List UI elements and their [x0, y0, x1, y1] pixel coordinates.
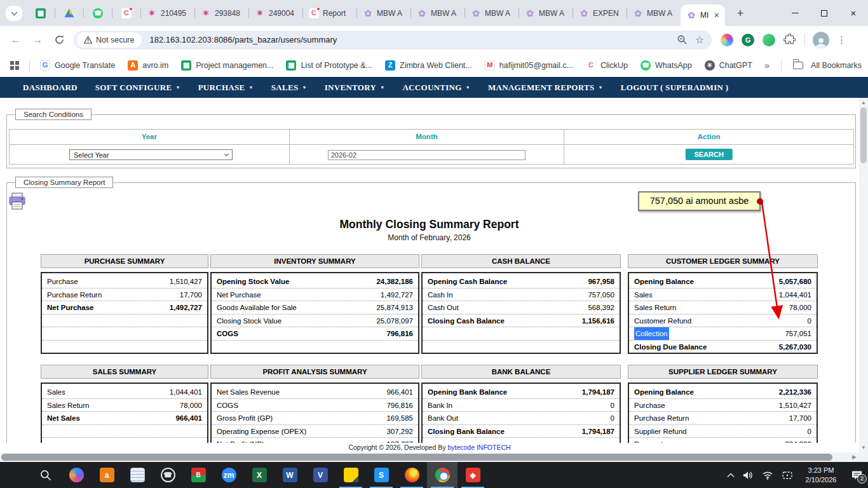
bookmark-star-icon[interactable]: ☆: [695, 34, 704, 46]
nav-item-purchase[interactable]: PURCHASE▼: [189, 83, 262, 93]
clickup-extension-icon[interactable]: [721, 34, 733, 46]
print-button[interactable]: [8, 192, 27, 214]
bookmarks-overflow-button[interactable]: »: [764, 60, 770, 71]
tab-mbw-a[interactable]: ✿MBW A: [627, 0, 681, 26]
excel-app[interactable]: X: [244, 462, 275, 488]
apps-grid-icon[interactable]: [10, 61, 19, 70]
bijoy-app[interactable]: B: [183, 462, 214, 488]
clickup-icon: C: [309, 8, 319, 18]
notepad-app[interactable]: [122, 462, 153, 488]
bookmark-hafijmit05-gmail-c[interactable]: Mhafijmit05@gmail.c...: [485, 60, 573, 71]
tab-210495[interactable]: ✶210495: [141, 0, 194, 26]
year-select[interactable]: Select Year: [69, 149, 233, 160]
tab-close-icon[interactable]: ×: [714, 11, 719, 20]
avro-keyboard-app[interactable]: a: [92, 462, 122, 488]
nav-item-logout-superadmin[interactable]: LOGOUT ( SUPERADMIN ): [612, 83, 738, 93]
search-button[interactable]: SEARCH: [685, 149, 732, 160]
zoom-app[interactable]: zm: [214, 462, 244, 488]
taskbar-search-button[interactable]: [31, 462, 61, 488]
table-row: Net Purchase1,492,727: [212, 288, 418, 302]
volume-icon[interactable]: [743, 471, 754, 480]
window-close-button[interactable]: ×: [839, 0, 868, 26]
vertical-scrollbar[interactable]: ▲ ▼: [859, 98, 868, 452]
annotation-anchor-dot: [757, 198, 763, 205]
bookmark-chatgpt[interactable]: ✳ChatGPT: [705, 60, 752, 71]
profile-avatar[interactable]: [813, 32, 829, 48]
browser-menu-button[interactable]: ⋮: [837, 34, 846, 46]
nav-item-sales[interactable]: SALES▼: [262, 83, 316, 93]
tray-expand-icon[interactable]: [727, 473, 735, 478]
chrome-app[interactable]: [427, 462, 458, 488]
row-value: 1,044,401: [170, 386, 202, 398]
back-button[interactable]: ←: [5, 29, 27, 51]
window-minimize-button[interactable]: [780, 0, 810, 26]
row-label: COGS: [217, 399, 238, 412]
bookmark-project-managemen[interactable]: ▦Project managemen...: [181, 60, 273, 71]
bookmark-list-of-prototype[interactable]: ▦List of Prototype &...: [286, 60, 372, 71]
tab-title: MBW A: [485, 9, 513, 18]
bookmark-avro-im[interactable]: Aavro.im: [128, 60, 168, 71]
copilot-app[interactable]: [61, 462, 92, 488]
security-chip[interactable]: Not secure: [76, 32, 142, 48]
table-row: Purchase1,510,427: [629, 399, 817, 412]
bookmark-zimbra-web-client[interactable]: ZZimbra Web Client...: [385, 60, 472, 71]
forward-button[interactable]: →: [27, 29, 48, 51]
green-extension-icon[interactable]: [763, 34, 775, 46]
tab-whatsapp[interactable]: ☎: [84, 0, 112, 26]
tab-clickup[interactable]: C: [112, 0, 140, 26]
all-bookmarks-button[interactable]: All Bookmarks: [811, 61, 862, 70]
tab-mbw-a[interactable]: ✿MBW A: [465, 0, 519, 26]
tab-sheets[interactable]: ▦: [27, 0, 55, 26]
visio-app[interactable]: V: [305, 462, 336, 488]
wifi-icon[interactable]: [762, 471, 773, 480]
tab-search-button[interactable]: [6, 6, 22, 21]
nav-item-management-reports[interactable]: MANAGEMENT REPORTS▼: [479, 83, 612, 93]
nav-item-accounting[interactable]: ACCOUNTING▼: [393, 83, 479, 93]
whatsapp-app[interactable]: ☎: [153, 462, 183, 488]
scroll-right-arrow[interactable]: ▶: [850, 452, 859, 462]
bookmark-whatsapp[interactable]: ☎WhatsApp: [641, 60, 692, 71]
month-input[interactable]: [328, 150, 526, 160]
reload-button[interactable]: [48, 29, 70, 51]
bookmark-clickup[interactable]: CClickUp: [586, 60, 628, 71]
taskbar-clock[interactable]: 3:23 PM 2/10/2026: [801, 466, 841, 485]
url-text: 182.163.102.203:8086/parts_bazar/users/s…: [149, 35, 337, 44]
vertical-scroll-thumb[interactable]: [860, 107, 867, 163]
firefox-app[interactable]: [397, 462, 427, 488]
bookmark-google-translate[interactable]: GGoogle Translate: [40, 60, 115, 71]
nav-item-dashboard[interactable]: DASHBOARD: [14, 83, 86, 93]
nav-item-soft-configure[interactable]: SOFT CONFIGURE▼: [86, 83, 189, 93]
tab-mbw-a[interactable]: ✿MBW A: [357, 0, 410, 26]
word-app[interactable]: W: [275, 462, 305, 488]
window-maximize-button[interactable]: [810, 0, 839, 26]
red-diamond-app[interactable]: ◈: [458, 462, 488, 488]
cast-icon[interactable]: [782, 471, 793, 480]
new-tab-button[interactable]: +: [732, 5, 749, 22]
tab-mbw-a[interactable]: ✿MBW A: [411, 0, 465, 26]
tab-drive[interactable]: [55, 0, 83, 26]
url-bar[interactable]: Not secure 182.163.102.203:8086/parts_ba…: [74, 30, 712, 50]
extensions-puzzle-icon[interactable]: [783, 34, 796, 46]
tab-active-mi[interactable]: ✿MI×: [681, 4, 725, 26]
notification-center-button[interactable]: 2: [849, 468, 864, 483]
zoom-icon[interactable]: [677, 34, 688, 45]
tab-mbw-a[interactable]: ✿MBW A: [519, 0, 573, 26]
scroll-up-arrow[interactable]: ▲: [859, 98, 868, 107]
tab-report[interactable]: CReport: [303, 0, 356, 26]
tab-expen[interactable]: ✿EXPEN: [573, 0, 627, 26]
tab-249004[interactable]: ✶249004: [249, 0, 302, 26]
sticky-note-app[interactable]: [336, 462, 366, 488]
tab-title: MBW A: [377, 9, 405, 18]
summary-table-purchase-summary: Purchase1,510,427Purchase Return17,700Ne…: [41, 272, 208, 354]
avro-icon: A: [128, 60, 138, 71]
horizontal-scrollbar[interactable]: ▶: [0, 452, 868, 462]
nav-item-inventory[interactable]: INVENTORY▼: [316, 83, 394, 93]
s-app[interactable]: S: [366, 462, 397, 488]
developer-link[interactable]: bytecode INFOTECH: [447, 444, 510, 451]
grammarly-extension-icon[interactable]: G: [742, 34, 754, 46]
tab-293848[interactable]: ✶293848: [195, 0, 248, 26]
horizontal-scroll-thumb[interactable]: [1, 454, 832, 461]
table-row: Bank Out0: [423, 412, 620, 425]
scroll-down-arrow[interactable]: ▼: [859, 444, 868, 452]
start-button[interactable]: [0, 462, 31, 488]
